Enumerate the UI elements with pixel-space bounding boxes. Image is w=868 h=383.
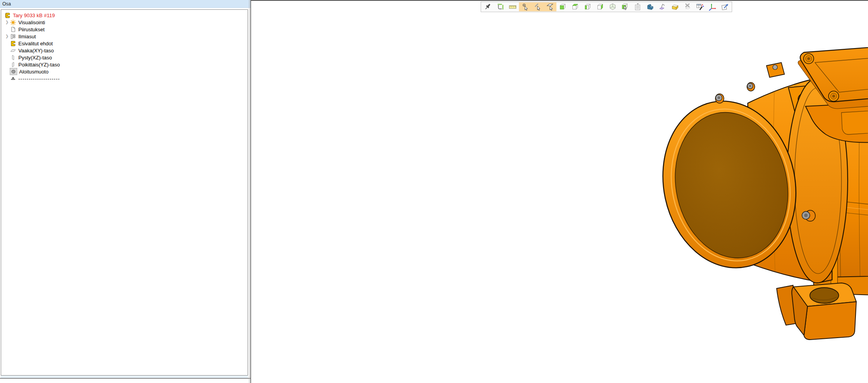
- view-front-button[interactable]: [556, 2, 569, 11]
- expand-chevron-icon[interactable]: ❯: [4, 19, 10, 26]
- section-plane-button[interactable]: [656, 2, 669, 11]
- part-icon: [4, 12, 11, 18]
- delete-button[interactable]: [681, 2, 694, 11]
- tree-item-label: Tary 9033 kB #119: [13, 13, 55, 18]
- rollback-marker-icon: [10, 75, 16, 82]
- export-view-button[interactable]: [719, 2, 731, 11]
- drum-bolts: [715, 82, 755, 103]
- tree-item-label: Pysty(XZ)-taso: [18, 55, 52, 61]
- table-autofill-button[interactable]: [694, 2, 706, 11]
- notes-list-button[interactable]: [631, 2, 644, 11]
- tree-item-ilmiasut[interactable]: ❯ Ilmiasut: [1, 33, 248, 40]
- tree-item-aloitusmuoto[interactable]: ❯ Aloitusmuoto: [1, 68, 248, 75]
- view-isometric-button[interactable]: [606, 2, 619, 11]
- feature-tree-panel: Osa Tary 9033 kB #119 ❯ Visualisointi ❯ …: [0, 0, 251, 383]
- tree-item-piirustukset[interactable]: ❯ Piirustukset: [1, 26, 248, 33]
- start-shape-icon: [10, 68, 17, 75]
- quick-toolbar: [481, 2, 732, 12]
- tree-item-label: Piirustukset: [18, 27, 45, 32]
- plane-yz-icon: [10, 61, 16, 68]
- tree-item-label: --------------------: [18, 76, 60, 82]
- tree-item-label: Ilmiasut: [18, 34, 36, 39]
- drawings-icon: [10, 26, 16, 32]
- view-right-button[interactable]: [594, 2, 606, 11]
- plane-xy-icon: [10, 47, 16, 54]
- tree-item-label: Visualisointi: [18, 20, 45, 25]
- filter-faces-button[interactable]: [544, 2, 556, 11]
- tree-item-rollback-bar[interactable]: ❯ --------------------: [1, 75, 248, 82]
- tree-item-label: Poikittais(YZ)-taso: [18, 62, 60, 68]
- tree-item-label: Esivalitut ehdot: [18, 41, 53, 47]
- pin-button[interactable]: [481, 2, 494, 11]
- tree-item-part-root[interactable]: Tary 9033 kB #119: [1, 12, 248, 19]
- tree-item-esivalitut-ehdot[interactable]: ❯ Esivalitut ehdot: [1, 40, 248, 47]
- 3d-viewport[interactable]: [251, 0, 868, 383]
- panel-title: Osa: [0, 0, 251, 8]
- appearances-icon: [10, 33, 16, 39]
- coordinate-system-button[interactable]: [706, 2, 719, 11]
- tree-item-plane-xy[interactable]: ❯ Vaaka(XY)-taso: [1, 47, 248, 54]
- tree-item-visualisointi[interactable]: ❯ Visualisointi: [1, 19, 248, 26]
- tree-item-label: Aloitusmuoto: [19, 69, 48, 75]
- expand-chevron-icon[interactable]: ❯: [4, 33, 10, 40]
- sun-icon: [10, 19, 16, 25]
- view-top-button[interactable]: [569, 2, 581, 11]
- panel-splitter[interactable]: [0, 378, 251, 379]
- reference-move-button[interactable]: [494, 2, 506, 11]
- view-left-button[interactable]: [581, 2, 594, 11]
- plane-xz-icon: [10, 54, 16, 61]
- tree-item-plane-yz[interactable]: ❯ Poikittais(YZ)-taso: [1, 61, 248, 68]
- view-normal-to-face-button[interactable]: [619, 2, 631, 11]
- bounding-box-button[interactable]: [669, 2, 681, 11]
- measure-ruler-button[interactable]: [506, 2, 519, 11]
- tree-item-label: Vaaka(XY)-taso: [18, 48, 54, 54]
- preselected-conditions-icon: [10, 40, 16, 47]
- filter-vertices-button[interactable]: [519, 2, 531, 11]
- panel-divider[interactable]: [249, 0, 250, 383]
- tree-item-plane-xz[interactable]: ❯ Pysty(XZ)-taso: [1, 54, 248, 61]
- feature-tree[interactable]: Tary 9033 kB #119 ❯ Visualisointi ❯ Piir…: [1, 9, 248, 376]
- motor-3d-model[interactable]: [657, 28, 868, 360]
- filter-edges-button[interactable]: [531, 2, 544, 11]
- section-view-button[interactable]: [644, 2, 656, 11]
